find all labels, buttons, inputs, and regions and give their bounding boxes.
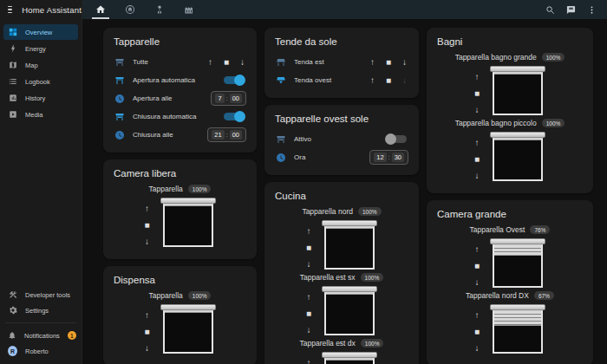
cover-down-button[interactable]: ↓	[306, 326, 310, 335]
cover-up-button[interactable]: ↑	[474, 311, 479, 320]
shutter-control: Tapparella 100% ↑ ■ ↓	[114, 291, 246, 354]
sidebar-item-history[interactable]: History	[3, 90, 78, 106]
menu-icon[interactable]	[8, 6, 12, 13]
cover-up-button[interactable]: ↑	[474, 139, 479, 147]
shutter-graphic[interactable]	[160, 198, 216, 247]
toggle-chiusura-automatica[interactable]	[224, 113, 245, 120]
time-input[interactable]: 7 : 00	[211, 91, 246, 106]
shutter-graphic[interactable]	[490, 238, 545, 288]
shutter-graphic[interactable]	[322, 286, 377, 335]
minute-field[interactable]: 00	[230, 130, 242, 140]
cover-up-button[interactable]: ↑	[306, 227, 310, 236]
sidebar-item-media[interactable]: Media	[3, 107, 78, 122]
cover-stop-button[interactable]: ■	[224, 58, 229, 67]
shutter-name[interactable]: Tapparella bagno piccolo	[455, 119, 537, 127]
card-camera-grande: Camera grande Tapparella Ovest 76% ↑ ■ ↓	[427, 200, 593, 364]
search-icon[interactable]	[545, 5, 555, 15]
cover-stop-button[interactable]: ■	[306, 309, 311, 318]
time-input[interactable]: 21 : 00	[207, 127, 246, 142]
shutter-name[interactable]: Tapparella	[149, 291, 183, 300]
shutter-name[interactable]: Tapparella Ovest	[470, 225, 525, 234]
assist-chat-icon[interactable]	[566, 5, 576, 15]
view-tabs	[86, 0, 204, 19]
cover-down-button[interactable]: ↓	[474, 344, 479, 353]
shutter-name[interactable]: Tapparella nord	[302, 207, 353, 216]
sidebar-item-map[interactable]: Map	[3, 57, 78, 73]
shutter-control: Tapparella est dx 100% ↑ ■ ↓	[275, 339, 408, 364]
shutter-position-badge: 67%	[534, 291, 554, 300]
hour-field[interactable]: 7	[215, 94, 224, 103]
sidebar: Home Assistant Overview Energy Map	[0, 0, 82, 364]
cover-up-button[interactable]: ↑	[474, 245, 479, 254]
top-bar	[82, 0, 607, 19]
cover-down-button[interactable]: ↓	[145, 344, 149, 353]
sidebar-item-settings[interactable]: Settings	[3, 302, 78, 318]
cover-stop-button[interactable]: ■	[474, 155, 480, 164]
cover-stop-button[interactable]: ■	[474, 328, 480, 336]
cover-down-button[interactable]: ↓	[145, 237, 149, 246]
cover-stop-button[interactable]: ■	[386, 58, 391, 67]
sidebar-divider	[5, 322, 76, 323]
shutter-name[interactable]: Tapparella est dx	[300, 339, 356, 348]
sidebar-item-label: Media	[25, 111, 42, 119]
cover-up-button[interactable]: ↑	[474, 73, 479, 81]
tab-sprinkler[interactable]	[145, 0, 174, 19]
shutter-name[interactable]: Tapparella nord DX	[466, 291, 529, 300]
tab-home[interactable]	[86, 0, 115, 19]
shutter-graphic[interactable]	[160, 304, 216, 354]
shutter-graphic[interactable]	[322, 220, 377, 270]
shutter-graphic[interactable]	[490, 66, 545, 115]
cover-up-button[interactable]: ↑	[370, 76, 375, 85]
time-separator: :	[388, 153, 390, 161]
sidebar-item-developer-tools[interactable]: Developer tools	[3, 287, 78, 302]
cover-up-button[interactable]: ↑	[208, 58, 212, 67]
cover-up-button[interactable]: ↑	[306, 359, 310, 364]
shutter-name[interactable]: Tapparella bagno grande	[455, 53, 537, 62]
cover-down-button[interactable]: ↓	[474, 278, 479, 287]
shutter-graphic[interactable]	[322, 352, 377, 364]
sidebar-item-energy[interactable]: Energy	[3, 41, 78, 56]
minute-field[interactable]: 30	[392, 153, 404, 162]
toggle-apertura-automatica[interactable]	[224, 76, 245, 84]
tab-blinds[interactable]	[174, 0, 204, 19]
cover-down-button[interactable]: ↓	[306, 260, 310, 269]
card-title: Tapparelle	[114, 36, 246, 47]
entity-name: Chiusura automatica	[133, 113, 216, 120]
hour-field[interactable]: 12	[374, 153, 386, 162]
cover-stop-button[interactable]: ■	[144, 328, 149, 336]
cover-up-button[interactable]: ↑	[370, 58, 375, 67]
cover-stop-button[interactable]: ■	[144, 221, 149, 230]
shutter-position-badge: 100%	[542, 53, 565, 62]
cover-down-button[interactable]: ↓	[474, 106, 479, 114]
cover-stop-button[interactable]: ■	[474, 262, 480, 270]
cover-up-button[interactable]: ↑	[145, 311, 149, 320]
minute-field[interactable]: 00	[230, 94, 242, 103]
cover-stop-button[interactable]: ■	[386, 76, 391, 85]
toggle-attivo[interactable]	[386, 135, 407, 143]
cover-down-button[interactable]: ↓	[240, 58, 245, 67]
sidebar-header: Home Assistant	[0, 0, 82, 19]
cover-stop-button[interactable]: ■	[474, 89, 480, 98]
time-input[interactable]: 12 : 30	[369, 150, 408, 165]
tab-home-circle[interactable]	[115, 0, 145, 19]
sidebar-item-logbook[interactable]: Logbook	[3, 74, 78, 89]
cover-down-button[interactable]: ↓	[402, 58, 407, 67]
cover-down-button[interactable]: ↓	[474, 172, 479, 180]
map-icon	[8, 61, 17, 70]
hour-field[interactable]: 21	[212, 130, 224, 140]
card-cucina: Cucina Tapparella nord 100% ↑ ■ ↓	[264, 182, 419, 364]
cover-up-button[interactable]: ↑	[306, 293, 310, 302]
cover-stop-button[interactable]: ■	[306, 244, 311, 252]
shutter-graphic[interactable]	[490, 304, 545, 354]
play-box-icon	[8, 110, 17, 120]
dots-vertical-menu-icon[interactable]	[587, 5, 597, 15]
sidebar-item-overview[interactable]: Overview	[3, 24, 78, 40]
cover-up-button[interactable]: ↑	[145, 205, 149, 213]
shutter-name[interactable]: Tapparella est sx	[300, 273, 356, 282]
sidebar-item-notifications[interactable]: Notifications 1	[3, 328, 78, 343]
shutter-position-badge: 100%	[361, 273, 384, 282]
sidebar-item-profile[interactable]: R Roberto	[3, 343, 78, 359]
shutter-graphic[interactable]	[490, 132, 545, 181]
shutter-name[interactable]: Tapparella	[149, 185, 183, 193]
sidebar-item-label: Settings	[25, 307, 49, 315]
